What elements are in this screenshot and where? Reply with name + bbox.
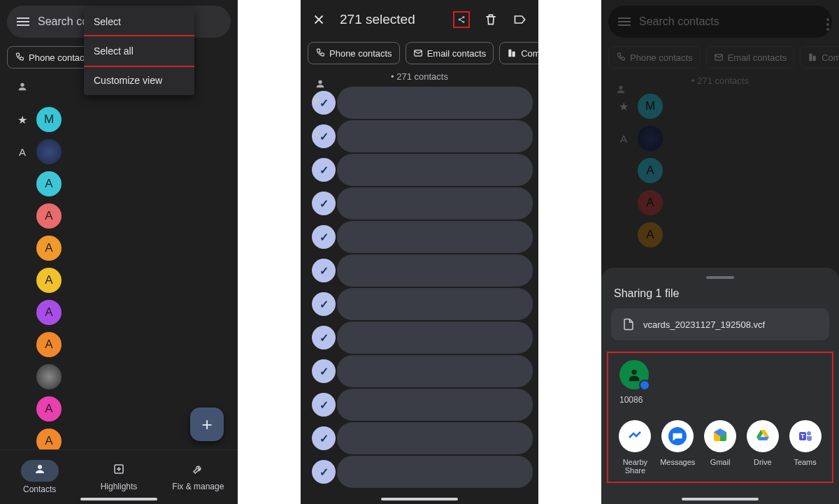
avatar: A: [36, 171, 62, 196]
contact-row[interactable]: A: [0, 200, 238, 232]
contact-row[interactable]: A: [0, 296, 238, 329]
app-label: Teams: [794, 458, 816, 466]
share-app-teams[interactable]: T Teams: [784, 420, 826, 475]
file-card[interactable]: vcards_20231127_192508.vcf: [611, 308, 829, 340]
drag-handle[interactable]: [706, 276, 734, 279]
selected-row[interactable]: ✓: [337, 422, 533, 454]
messages-icon: [661, 420, 694, 452]
selection-toolbar: 271 selected: [301, 0, 538, 39]
selected-row[interactable]: ✓: [337, 221, 533, 253]
contact-row[interactable]: A: [0, 232, 238, 264]
chip-compare[interactable]: Compar: [800, 46, 839, 69]
nav-fix-manage[interactable]: Fix & manage: [159, 450, 238, 504]
selected-row[interactable]: ✓: [337, 322, 533, 354]
email-icon: [714, 52, 724, 62]
avatar: M: [638, 94, 663, 119]
delete-icon[interactable]: [482, 11, 499, 28]
check-icon: ✓: [312, 158, 336, 182]
contact-row-starred[interactable]: ★ M: [0, 103, 238, 136]
contact-row[interactable]: A: [601, 187, 839, 219]
search-bar[interactable]: Search contacts: [608, 6, 832, 38]
selected-row[interactable]: ✓: [337, 456, 533, 488]
contacts-count: • 271 contacts: [301, 67, 538, 86]
chip-email-contacts[interactable]: Email contacts: [706, 46, 795, 69]
nearby-contact[interactable]: 10086: [612, 360, 828, 415]
selected-row[interactable]: ✓: [337, 355, 533, 387]
contact-row[interactable]: A: [0, 136, 238, 168]
selected-row[interactable]: ✓: [337, 154, 533, 186]
share-app-drive[interactable]: Drive: [741, 420, 784, 475]
contact-row[interactable]: A: [0, 329, 238, 361]
share-app-messages[interactable]: Messages: [657, 420, 699, 475]
contact-row[interactable]: [0, 361, 238, 393]
chip-phone-contacts[interactable]: Phone contacts: [608, 46, 701, 69]
menu-customize-view[interactable]: Customize view: [84, 66, 194, 95]
app-label: Gmail: [710, 458, 731, 466]
svg-point-6: [459, 19, 460, 20]
search-placeholder: Search co: [38, 15, 88, 28]
dimmed-background: Search contacts Phone contacts Email con…: [601, 6, 839, 251]
avatar: M: [36, 107, 62, 132]
label-icon[interactable]: [512, 11, 529, 28]
contact-row[interactable]: A: [601, 219, 839, 251]
contact-row[interactable]: A: [601, 154, 839, 187]
menu-select[interactable]: Select: [84, 7, 194, 36]
building-icon: [808, 52, 817, 62]
overflow-menu: Select Select all Customize view: [84, 7, 194, 95]
screen-2-selection: 271 selected Phone contacts Email contac…: [301, 0, 538, 504]
contact-row[interactable]: A: [601, 122, 839, 154]
building-icon: [507, 48, 517, 58]
close-icon[interactable]: [310, 11, 327, 28]
gesture-bar: [682, 498, 759, 501]
nav-label: Contacts: [23, 484, 56, 494]
chip-label: Email contacts: [427, 48, 487, 59]
contact-row[interactable]: A: [0, 264, 238, 296]
star-icon: ★: [8, 113, 36, 127]
hamburger-icon[interactable]: [17, 17, 29, 26]
share-icon[interactable]: [453, 11, 470, 28]
svg-point-3: [38, 465, 42, 469]
nearby-contact-name: 10086: [619, 395, 643, 405]
svg-rect-14: [813, 56, 816, 62]
chip-compare[interactable]: Compar: [499, 42, 538, 64]
share-app-nearby[interactable]: Nearby Share: [614, 420, 657, 475]
nav-label: Fix & manage: [172, 482, 224, 491]
nav-highlights[interactable]: Highlights: [79, 450, 158, 504]
more-icon[interactable]: [826, 18, 829, 31]
selected-row[interactable]: ✓: [337, 87, 533, 119]
drive-icon: [747, 420, 779, 452]
selected-row[interactable]: ✓: [337, 288, 533, 320]
contact-list: ★ M A A A A A A A A A: [0, 71, 238, 457]
chip-phone-contacts[interactable]: Phone contact: [7, 46, 94, 69]
sheet-title: Sharing 1 file: [601, 287, 839, 308]
avatar: [36, 139, 62, 164]
menu-select-all[interactable]: Select all: [84, 35, 194, 67]
selected-row[interactable]: ✓: [337, 389, 533, 421]
selected-row[interactable]: ✓: [337, 120, 533, 152]
contact-row[interactable]: A: [0, 168, 238, 200]
app-label: Drive: [754, 458, 772, 466]
add-contact-fab[interactable]: +: [190, 408, 224, 441]
nav-contacts[interactable]: Contacts: [0, 450, 79, 504]
phone-icon: [315, 48, 325, 58]
check-icon: ✓: [312, 326, 336, 350]
phone-icon: [616, 52, 626, 62]
check-icon: ✓: [312, 225, 336, 249]
gesture-bar: [381, 498, 458, 501]
share-app-gmail[interactable]: Gmail: [699, 420, 742, 475]
nearby-share-icon: [619, 420, 651, 452]
filter-chips-row: Phone contacts Email contacts Compar: [601, 43, 839, 71]
teams-icon: T: [789, 420, 822, 452]
avatar: A: [638, 158, 663, 183]
svg-point-15: [619, 86, 622, 89]
hamburger-icon[interactable]: [618, 17, 631, 26]
selected-row[interactable]: ✓: [337, 187, 533, 219]
avatar: A: [36, 396, 62, 422]
selected-row[interactable]: ✓: [337, 254, 533, 287]
contact-row-starred[interactable]: ★M: [601, 90, 839, 122]
gesture-bar: [80, 498, 157, 501]
chip-label: Phone contacts: [630, 52, 693, 63]
share-targets-highlight: 10086 Nearby Share Messages Gmail Drive: [607, 352, 833, 483]
chip-phone-contacts[interactable]: Phone contacts: [308, 42, 400, 64]
chip-email-contacts[interactable]: Email contacts: [406, 42, 494, 64]
